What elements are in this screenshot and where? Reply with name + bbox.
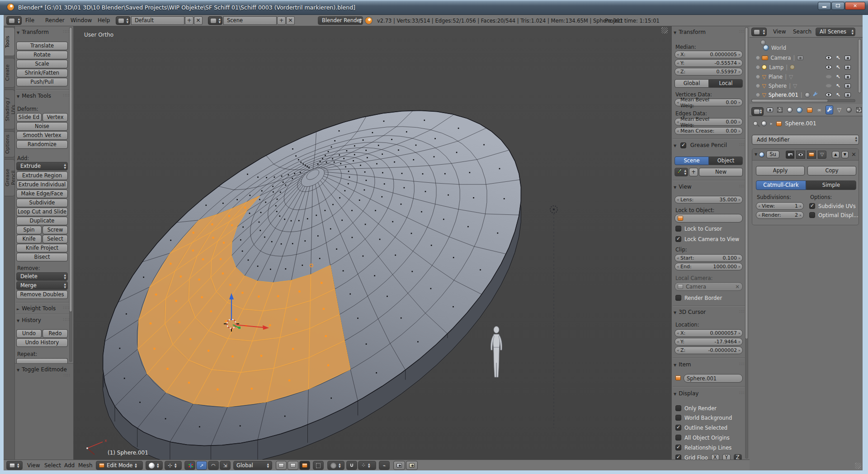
manipulator-scale-toggle[interactable]: ⇲: [220, 461, 231, 470]
optimal-display-checkbox[interactable]: [809, 212, 815, 218]
viewport-editor-type-button[interactable]: [6, 461, 23, 470]
relationship-lines-checkbox[interactable]: [675, 445, 681, 450]
properties-editor-type-button[interactable]: [751, 107, 764, 116]
orientation-select[interactable]: Global: [233, 461, 272, 470]
expand-icon[interactable]: ⊕: [756, 83, 760, 88]
manipulator-3d[interactable]: [224, 293, 269, 332]
expand-icon[interactable]: ▼: [755, 152, 757, 156]
toggle-editmode-panel-header[interactable]: ▼Toggle Editmode∷∷: [17, 366, 70, 374]
extrude-select[interactable]: Extrude: [16, 162, 68, 171]
slide-edge-button[interactable]: Slide Ed: [16, 113, 42, 122]
extrude-region-button[interactable]: Extrude Region: [16, 171, 68, 180]
cursor3d-panel-header[interactable]: ▼3D Cursor∷∷: [674, 309, 746, 316]
outliner-row-lamp[interactable]: ⊕ Lamp |: [756, 63, 795, 71]
snap-element-select[interactable]: ⁘: [358, 461, 376, 470]
subdivisions-render-field[interactable]: Render:2: [756, 211, 804, 219]
outline-selected-row[interactable]: Outline Selected: [675, 424, 727, 431]
eye-closed-icon[interactable]: [826, 84, 832, 88]
subdivisions-view-field[interactable]: View:1: [756, 202, 804, 210]
expand-icon[interactable]: ⊕: [756, 92, 760, 97]
tab-options[interactable]: Options: [5, 131, 15, 157]
outliner-row-sphere[interactable]: ⊕ ▽ Sphere | ▽: [756, 81, 797, 90]
redo-button[interactable]: Redo: [42, 329, 68, 338]
noise-button[interactable]: Noise: [16, 122, 68, 131]
outliner-hscrollbar-thumb[interactable]: [751, 99, 828, 102]
renderable-icon[interactable]: [844, 93, 851, 97]
manipulator-translate-toggle[interactable]: ➚: [196, 461, 207, 470]
manipulator-rotate-toggle[interactable]: ◠: [208, 461, 219, 470]
scene-icon-button[interactable]: [208, 16, 222, 25]
face-select-mode[interactable]: [299, 461, 310, 470]
selectable-icon[interactable]: ↖: [836, 74, 840, 80]
outliner-row-world[interactable]: World: [763, 43, 786, 52]
median-z-field[interactable]: Z:0.55997: [675, 68, 743, 76]
render-border-row[interactable]: Render Border: [675, 294, 722, 301]
n-panel-scrollbar-thumb[interactable]: [745, 27, 748, 339]
move-modifier-up-button[interactable]: ▲: [832, 151, 840, 158]
local-toggle[interactable]: Local: [709, 79, 743, 88]
cursor-x-field[interactable]: X:0.0000057: [675, 329, 743, 337]
grid-axis-z-toggle[interactable]: Z: [734, 454, 742, 460]
grease-add-button[interactable]: +: [689, 168, 698, 176]
add-layout-button[interactable]: +: [185, 16, 193, 25]
median-x-field[interactable]: X:0.0000005: [675, 51, 743, 58]
duplicate-button[interactable]: Duplicate: [16, 217, 68, 225]
subdivide-uvs-row[interactable]: Subdivide UVs: [809, 203, 856, 209]
vertex-slide-button[interactable]: Vertex: [42, 113, 68, 122]
viewport-select-menu[interactable]: Select: [44, 462, 61, 469]
grease-pencil-mode-select[interactable]: [675, 168, 688, 176]
tab-constraints[interactable]: ∞: [816, 105, 823, 114]
mesh-tools-panel-header[interactable]: ▼Mesh Tools∷∷: [17, 93, 70, 100]
median-y-field[interactable]: Y:-0.55574: [675, 59, 743, 67]
grease-pencil-panel-header[interactable]: ▼ Grease Pencil∷∷: [674, 142, 746, 149]
lock-camera-checkbox[interactable]: [675, 236, 681, 242]
snap-toggle[interactable]: [346, 461, 357, 470]
proportional-edit-select[interactable]: [327, 461, 344, 470]
outline-selected-checkbox[interactable]: [675, 425, 681, 431]
catmull-clark-toggle[interactable]: Catmull-Clark: [756, 180, 806, 190]
renderable-icon[interactable]: [844, 75, 851, 79]
expand-icon[interactable]: ⊕: [756, 74, 760, 79]
mean-bevel-weight-vertex-field[interactable]: Mean Bevel Weig: 0.00: [675, 99, 743, 106]
grease-object-toggle[interactable]: Object: [709, 156, 743, 165]
only-render-row[interactable]: Only Render: [675, 405, 717, 412]
view-panel-header[interactable]: ▼View∷∷: [674, 184, 746, 191]
mean-bevel-weight-edge-field[interactable]: Mean Bevel Weig: 0.00: [675, 118, 743, 126]
add-modifier-select[interactable]: Add Modifier: [752, 135, 859, 145]
clip-start-field[interactable]: Start:0.100: [675, 254, 743, 262]
extrude-individual-button[interactable]: Extrude Individual: [16, 180, 68, 189]
editmode-visibility-toggle[interactable]: [807, 151, 816, 159]
close-button[interactable]: ×: [845, 2, 865, 10]
undo-button[interactable]: Undo: [16, 329, 42, 338]
tab-create[interactable]: Create: [5, 58, 15, 88]
render-visibility-toggle[interactable]: [786, 151, 795, 159]
global-toggle[interactable]: Global: [675, 79, 709, 88]
outliner-view-menu[interactable]: View: [773, 28, 786, 35]
item-panel-header[interactable]: ▼Item∷∷: [674, 361, 746, 369]
grease-new-button[interactable]: New: [699, 168, 743, 176]
tab-material[interactable]: [845, 105, 853, 114]
outliner-search-menu[interactable]: Search: [793, 28, 811, 35]
tab-scene[interactable]: [786, 105, 793, 114]
viewport-view-menu[interactable]: View: [27, 462, 40, 469]
smooth-vertex-button[interactable]: Smooth Vertex: [16, 131, 68, 140]
delete-modifier-icon[interactable]: ✕: [851, 151, 856, 158]
proportional-connected-toggle[interactable]: ⌁: [379, 461, 390, 470]
selectable-icon[interactable]: ↖: [836, 64, 840, 71]
tab-render[interactable]: [766, 105, 774, 114]
grease-scene-toggle[interactable]: Scene: [675, 156, 709, 165]
modifier-name-field[interactable]: Su: [766, 151, 779, 158]
copy-modifier-button[interactable]: Copy: [807, 166, 856, 175]
eye-closed-icon[interactable]: [826, 75, 832, 79]
delete-select[interactable]: Delete: [16, 272, 68, 281]
opengl-render-button[interactable]: [393, 461, 405, 470]
only-render-checkbox[interactable]: [675, 405, 681, 411]
tab-object[interactable]: [806, 105, 813, 114]
clip-end-field[interactable]: End:1000.000: [675, 263, 743, 270]
tab-object-data[interactable]: ▽: [836, 105, 843, 114]
minimize-button[interactable]: [818, 2, 831, 10]
expand-icon[interactable]: ⊕: [756, 55, 760, 60]
repeat-last-button-clipped[interactable]: [16, 358, 68, 363]
manipulator-toggle[interactable]: [184, 461, 195, 470]
tab-texture[interactable]: [855, 105, 863, 114]
